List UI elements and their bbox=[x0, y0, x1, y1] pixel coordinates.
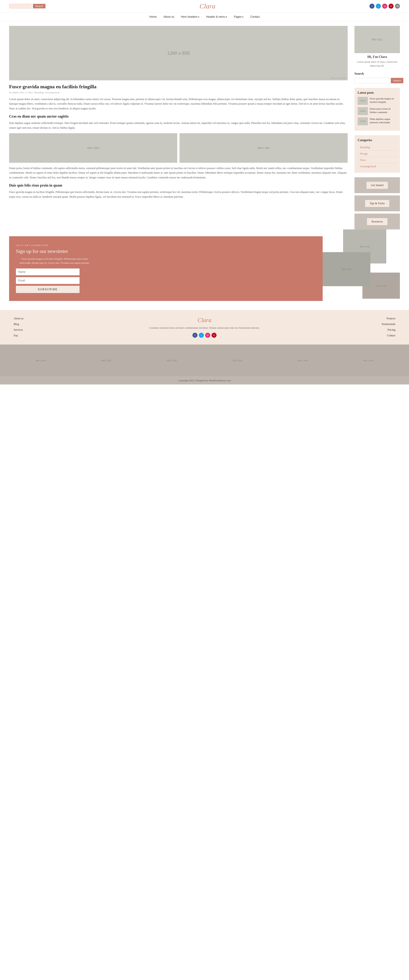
post-title-2[interactable]: Etiam porta lorem id finibus commodo bbox=[370, 107, 397, 114]
nav-contact[interactable]: Contact bbox=[250, 15, 259, 18]
newsletter-subscribe-button[interactable]: SUBSCRIBE bbox=[16, 286, 80, 293]
sidebar-categories-title: Categories bbox=[358, 138, 397, 142]
header-search-input[interactable] bbox=[9, 4, 32, 9]
newsletter-image-2: 800 x 800 bbox=[323, 252, 371, 286]
footer-facebook-icon[interactable]: f bbox=[192, 333, 198, 338]
copyright-bar: Copyright 2022 | Designed by MarkHendrik… bbox=[0, 376, 409, 385]
post-title-1[interactable]: Fusce gravida magna eu facilisis fringil… bbox=[370, 97, 397, 104]
sidebar-search-input[interactable] bbox=[355, 78, 390, 83]
instagram-icon[interactable]: ◎ bbox=[382, 4, 387, 9]
sidebar-categories-widget: Categories Branding Design News Uncatego… bbox=[355, 135, 400, 173]
nav-hero-headers[interactable]: Hero headers bbox=[181, 15, 200, 18]
hero-image-label: 1200 x 850 bbox=[167, 50, 190, 56]
article-paragraph-2: Duis dapibus augue molestie sollicitudin… bbox=[9, 121, 348, 130]
sidebar-profile-text: Lorem ipsum dolor sit amet, consectetur … bbox=[355, 60, 400, 67]
footer-instagram-icon[interactable]: ◎ bbox=[205, 333, 210, 338]
footer-link-blog[interactable]: Blog bbox=[14, 323, 41, 326]
footer-link-faq[interactable]: Faq bbox=[14, 334, 41, 337]
newsletter-tag: LET'S GET CONNECTED bbox=[16, 244, 48, 247]
get-started-button[interactable]: Get Started bbox=[366, 182, 388, 189]
page-wrapper: 1200 x 850 Photo by Unsplash Fusce gravi… bbox=[0, 21, 409, 236]
nav-pages[interactable]: Pages bbox=[234, 15, 243, 18]
list-item: 150x80 Etiam porta lorem id finibus comm… bbox=[358, 107, 397, 115]
sidebar-search-button[interactable]: Search bbox=[391, 78, 403, 83]
nav-header-menu[interactable]: Header & menu bbox=[206, 15, 227, 18]
newsletter-title: Sign up for our newsletter bbox=[16, 248, 68, 254]
main-content: 1200 x 850 Photo by Unsplash Fusce gravi… bbox=[9, 26, 348, 232]
article-image-grid: 800 x 800 800 x 800 bbox=[9, 133, 348, 163]
article-body: Lorem ipsum dolor sit amet, consectetur … bbox=[9, 97, 348, 199]
strip-image-3: 800 x 800 bbox=[140, 349, 203, 372]
newsletter-images: 800 x 640 800 x 800 800 x 500 bbox=[323, 236, 400, 301]
list-item: 150x80 Fusce gravida magna eu facilisis … bbox=[358, 97, 397, 105]
article-paragraph-1: Lorem ipsum dolor sit amet, consectetur … bbox=[9, 97, 348, 111]
sidebar-resources-widget[interactable]: Resources bbox=[355, 213, 400, 229]
article: Fusce gravida magna eu facilisis fringil… bbox=[9, 84, 348, 199]
sidebar-profile-widget: 800 x 622 Hi, I'm Clara Lorem ipsum dolo… bbox=[355, 26, 400, 67]
newsletter-name-input[interactable] bbox=[16, 269, 80, 275]
article-title: Fusce gravida magna eu facilisis fringil… bbox=[9, 84, 348, 90]
sidebar-search-label: Search bbox=[355, 72, 400, 76]
category-branding[interactable]: Branding bbox=[358, 144, 397, 151]
footer-right-links: Projects Testimonials Pricing Contact bbox=[368, 317, 395, 337]
article-paragraph-4: Fusce gravida magna eu facilisis fringil… bbox=[9, 190, 348, 199]
newsletter-content: LET'S GET CONNECTED Sign up for our news… bbox=[9, 236, 323, 301]
footer-link-testimonials[interactable]: Testimonials bbox=[368, 323, 395, 326]
sidebar-tips-widget[interactable]: Tips & Tricks bbox=[355, 196, 400, 211]
header-search-area: Search bbox=[9, 4, 45, 9]
sidebar-profile-image: 800 x 622 bbox=[355, 26, 400, 53]
pinterest-icon[interactable]: P bbox=[388, 4, 393, 9]
header-search-button[interactable]: Search bbox=[33, 4, 45, 8]
newsletter-email-input[interactable] bbox=[16, 277, 80, 284]
footer-twitter-icon[interactable]: t bbox=[199, 333, 204, 338]
hero-image-credit: Photo by Unsplash bbox=[331, 77, 346, 79]
footer-left-links: About us Blog Services Faq bbox=[14, 317, 41, 337]
twitter-icon[interactable]: t bbox=[376, 4, 381, 9]
site-logo: Clara bbox=[45, 2, 369, 10]
strip-image-5: 800 x 800 bbox=[271, 349, 334, 372]
strip-image-4: 800 x 800 bbox=[206, 349, 269, 372]
category-news[interactable]: News bbox=[358, 157, 397, 164]
newsletter-description: Fusce gravida magna eu facilisis fringil… bbox=[16, 257, 93, 265]
footer-logo: Clara bbox=[48, 317, 361, 324]
resources-button[interactable]: Resources bbox=[367, 218, 387, 225]
post-title-3[interactable]: Nulla dapibus augue molestie sollicitudi… bbox=[370, 117, 397, 124]
article-heading-1: Cras eu diam nec quam auctor sagittis bbox=[9, 115, 348, 118]
nav-about[interactable]: About us bbox=[163, 15, 174, 18]
tips-tricks-button[interactable]: Tips & Tricks bbox=[365, 200, 389, 207]
article-paragraph-3: Etiam porta, lorem id finibus commodo, e… bbox=[9, 166, 348, 180]
nav-home[interactable]: Home bbox=[149, 15, 157, 18]
main-navigation: Home About us Hero headers Header & menu… bbox=[0, 13, 409, 21]
footer-link-projects[interactable]: Projects bbox=[368, 317, 395, 320]
sidebar-profile-name: Hi, I'm Clara bbox=[355, 55, 400, 59]
category-design[interactable]: Design bbox=[358, 151, 397, 157]
sidebar-search-row: Search bbox=[355, 78, 400, 83]
sidebar: 800 x 622 Hi, I'm Clara Lorem ipsum dolo… bbox=[355, 26, 400, 232]
strip-image-6: 800 x 800 bbox=[337, 349, 400, 372]
sidebar-get-started-widget[interactable]: Get Started bbox=[355, 177, 400, 193]
sidebar-search-widget: Search Search bbox=[355, 72, 400, 83]
footer-center: Clara Curabitur molestie lorem sed diam … bbox=[41, 317, 368, 338]
image-strip: 800 x 800 800 x 800 800 x 800 800 x 800 … bbox=[0, 345, 409, 376]
category-uncategorized[interactable]: Uncategorized bbox=[358, 164, 397, 170]
copyright-text: Copyright 2022 | Designed by MarkHendrik… bbox=[178, 379, 231, 382]
strip-image-2: 800 x 800 bbox=[75, 349, 138, 372]
footer-link-pricing[interactable]: Pricing bbox=[368, 328, 395, 332]
post-thumbnail-1: 150x80 bbox=[358, 97, 368, 105]
footer-description: Curabitur molestie lorem sed diam condim… bbox=[48, 326, 361, 330]
post-thumbnail-2: 150x80 bbox=[358, 107, 368, 115]
sidebar-latest-posts-title: Latest posts bbox=[358, 91, 397, 95]
sidebar-latest-posts-widget: Latest posts 150x80 Fusce gravida magna … bbox=[355, 88, 400, 131]
list-item: 150x80 Nulla dapibus augue molestie soll… bbox=[358, 117, 397, 125]
newsletter-section: LET'S GET CONNECTED Sign up for our news… bbox=[9, 236, 400, 301]
footer-link-contact[interactable]: Contact bbox=[368, 334, 395, 337]
footer-social-icons: f t ◎ P bbox=[48, 333, 361, 338]
footer-link-about[interactable]: About us bbox=[14, 317, 41, 320]
article-meta: by admin | Nov 3, 2022 | Branding, Uncat… bbox=[9, 91, 348, 94]
email-icon[interactable]: ✉ bbox=[395, 4, 400, 9]
footer-link-services[interactable]: Services bbox=[14, 328, 41, 332]
hero-image: 1200 x 850 Photo by Unsplash bbox=[9, 26, 348, 80]
footer-pinterest-icon[interactable]: P bbox=[211, 333, 217, 338]
facebook-icon[interactable]: f bbox=[369, 4, 374, 9]
footer: About us Blog Services Faq Clara Curabit… bbox=[0, 310, 409, 345]
